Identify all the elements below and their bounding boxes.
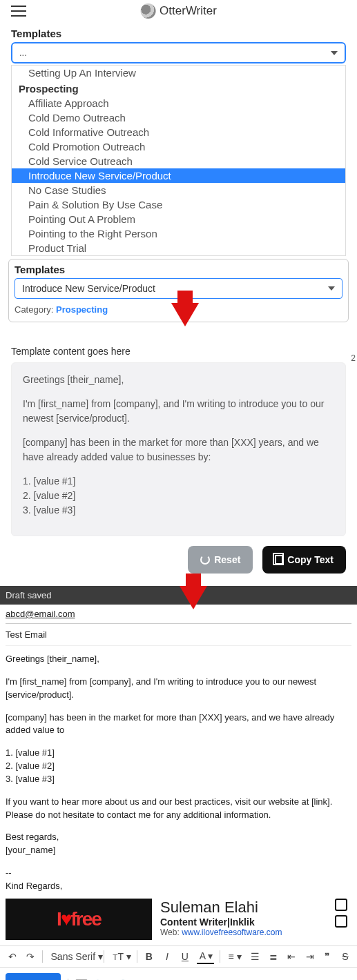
arrow-down-icon bbox=[171, 303, 199, 326]
email-line: 1. [value #1] bbox=[6, 747, 351, 760]
dd-item[interactable]: No Case Studies bbox=[12, 183, 345, 197]
template-content-box[interactable]: Greetings [their_name], I'm [first_name]… bbox=[11, 362, 346, 536]
side-marker: 2 bbox=[351, 353, 356, 363]
send-button[interactable]: Send bbox=[6, 973, 61, 980]
email-to-field[interactable]: abcd@email.com bbox=[6, 605, 351, 624]
dd-item[interactable]: Product Trial bbox=[12, 241, 345, 255]
email-subject-field[interactable]: Test Email bbox=[6, 624, 351, 646]
unordered-list-button[interactable]: ≣ bbox=[267, 950, 279, 963]
menu-button[interactable] bbox=[11, 6, 26, 17]
ordered-list-button[interactable]: ☰ bbox=[248, 950, 261, 963]
template-select-1[interactable]: ... bbox=[11, 42, 346, 63]
template-line: 2. [value #2] bbox=[23, 489, 334, 503]
bold-button[interactable]: B bbox=[143, 950, 155, 963]
email-line: Best regards, bbox=[6, 831, 351, 844]
draft-saved-bar: Draft saved bbox=[0, 586, 357, 605]
copy-label: Copy Text bbox=[287, 554, 334, 565]
brand-logo-icon bbox=[140, 3, 155, 19]
italic-button[interactable]: I bbox=[161, 950, 173, 963]
template-line: [company] has been in the market for mor… bbox=[23, 435, 334, 464]
template-line: I'm [first_name] from [company], and I'm… bbox=[23, 397, 334, 426]
dd-item[interactable]: Cold Service Outreach bbox=[12, 154, 345, 168]
undo-button[interactable]: ↶ bbox=[6, 950, 18, 963]
dd-item[interactable]: Cold Demo Outreach bbox=[12, 110, 345, 125]
facebook-icon[interactable] bbox=[335, 899, 347, 911]
dd-item[interactable]: Cold Informative Outreach bbox=[12, 125, 345, 139]
indent-less-button[interactable]: ⇤ bbox=[284, 950, 297, 963]
underline-button[interactable]: U bbox=[179, 950, 191, 963]
templates-label-1: Templates bbox=[0, 22, 357, 42]
quote-button[interactable]: ❞ bbox=[321, 950, 334, 963]
templates-label-2: Templates bbox=[15, 264, 342, 275]
copy-icon bbox=[275, 555, 283, 565]
dd-item[interactable]: Pointing Out A Problem bbox=[12, 212, 345, 226]
dd-item[interactable]: Pointing to the Right Person bbox=[12, 226, 345, 241]
indent-more-button[interactable]: ⇥ bbox=[303, 950, 316, 963]
twitter-icon[interactable] bbox=[335, 915, 347, 928]
chevron-down-icon bbox=[328, 286, 335, 291]
text-color-button[interactable]: A ▾ bbox=[197, 949, 214, 964]
category-value: Prospecting bbox=[56, 304, 108, 315]
template-select-1-value: ... bbox=[19, 48, 27, 58]
template-dropdown-list[interactable]: Setting Up An Interview Prospecting Affi… bbox=[11, 65, 346, 256]
dd-category-prospecting: Prospecting bbox=[12, 80, 345, 96]
dd-item[interactable]: Affiliate Approach bbox=[12, 96, 345, 110]
email-line: Please do not hesitate to contact me for… bbox=[6, 809, 351, 822]
signature-block: I♥free Suleman Elahi Content Writer|Inkl… bbox=[6, 897, 351, 945]
signature-web-label: Web: bbox=[160, 928, 182, 937]
template-line: Greetings [their_name], bbox=[23, 373, 334, 387]
brand-name: OtterWriter bbox=[160, 4, 217, 18]
reset-button[interactable]: Reset bbox=[188, 546, 253, 574]
dd-item-interview[interactable]: Setting Up An Interview bbox=[12, 66, 345, 80]
template-line: 3. [value #3] bbox=[23, 503, 334, 518]
dd-item[interactable]: Pain & Solution By Use Case bbox=[12, 197, 345, 212]
email-line: If you want to hear more about us and ou… bbox=[6, 796, 351, 809]
strike-button[interactable]: S bbox=[339, 950, 351, 963]
chevron-down-icon bbox=[331, 51, 338, 55]
brand: OtterWriter bbox=[140, 3, 217, 19]
email-line: [your_name] bbox=[6, 844, 351, 857]
signature-web-link[interactable]: www.ilovefreesoftware.com bbox=[182, 928, 282, 937]
email-body-editor[interactable]: Greetings [their_name], I'm [first_name]… bbox=[6, 646, 351, 897]
dd-item[interactable]: Cold Promotion Outreach bbox=[12, 139, 345, 154]
format-toolbar: ↶ ↷ Sans Serif ▾ TT ▾ B I U A ▾ ≡ ▾ ☰ ≣ … bbox=[0, 945, 357, 968]
signature-name: Suleman Elahi bbox=[160, 899, 282, 917]
signature-role: Content Writer|Inklik bbox=[160, 917, 282, 928]
email-line: Kind Regards, bbox=[6, 880, 351, 893]
dd-item[interactable]: Introduce New Service/Product bbox=[12, 168, 345, 183]
font-family-select[interactable]: Sans Serif ▾ bbox=[48, 950, 99, 963]
align-button[interactable]: ≡ ▾ bbox=[225, 950, 242, 963]
font-size-button[interactable]: TT ▾ bbox=[110, 950, 131, 963]
template-content-header: Template content goes here bbox=[0, 342, 357, 360]
template-line: 1. [value #1] bbox=[23, 474, 334, 489]
email-line: [company] has been in the market for mor… bbox=[6, 712, 351, 738]
copy-text-button[interactable]: Copy Text bbox=[262, 546, 346, 574]
arrow-down-icon bbox=[180, 586, 207, 609]
template-select-2-value: Introduce New Service/Product bbox=[22, 283, 155, 294]
email-line: I'm [first_name] from [company], and I'm… bbox=[6, 676, 351, 702]
email-line: 2. [value #2] bbox=[6, 760, 351, 773]
reset-icon bbox=[200, 555, 210, 565]
signature-logo: I♥free bbox=[6, 899, 152, 940]
email-line: 3. [value #3] bbox=[6, 773, 351, 786]
email-line: -- bbox=[6, 867, 351, 880]
email-line: Greetings [their_name], bbox=[6, 653, 351, 666]
category-prefix: Category: bbox=[15, 304, 56, 315]
redo-button[interactable]: ↷ bbox=[23, 950, 36, 963]
reset-label: Reset bbox=[214, 554, 240, 565]
